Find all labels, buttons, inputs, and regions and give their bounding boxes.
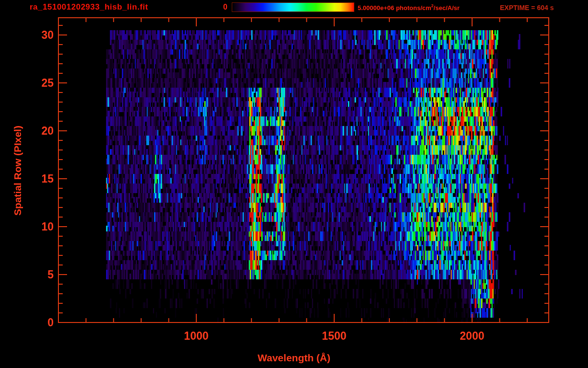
y-axis-title: Spatial Row (PIxel) (12, 80, 23, 262)
colorbar-max-prefix: 5.00000e+06 photons/cm (358, 4, 431, 12)
exptime-label: EXPTIME = 604 s (500, 4, 554, 12)
colorbar-max-suffix: /sec/A/sr (434, 4, 460, 12)
y-tick-label: 30 (13, 29, 54, 42)
x-tick-label: 2000 (460, 330, 484, 343)
y-tick-label: 5 (13, 268, 54, 281)
spectrogram-canvas (0, 0, 588, 368)
y-tick-label: 0 (13, 316, 54, 329)
x-axis-title: Wavelength (Å) (0, 352, 588, 364)
x-tick-label: 1000 (184, 330, 208, 343)
colorbar-max-label: 5.00000e+06 photons/cm2/sec/A/sr (358, 3, 460, 12)
x-tick-label: 1500 (322, 330, 346, 343)
file-title: ra_151001202933_hisb_lin.fit (30, 2, 148, 12)
colorbar-min-label: 0 (223, 3, 227, 12)
colorbar (232, 2, 354, 12)
spectral-viewer-window: ra_151001202933_hisb_lin.fit 0 5.00000e+… (0, 0, 588, 368)
